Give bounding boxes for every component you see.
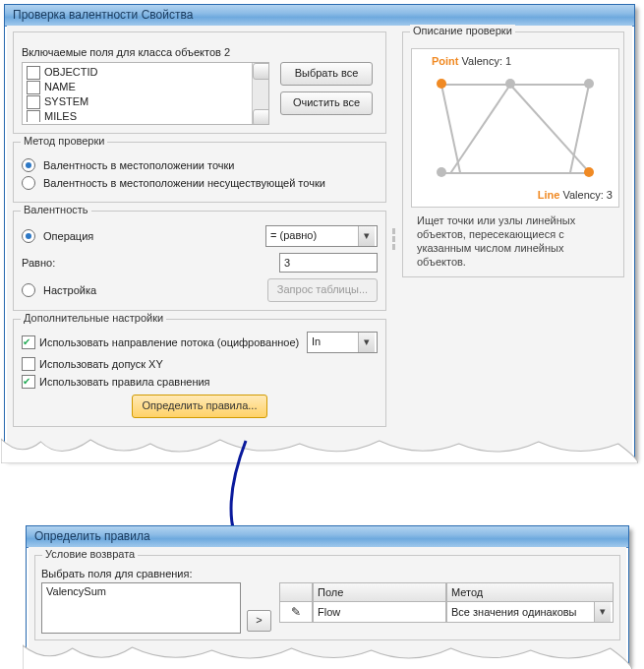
checkbox-icon[interactable] bbox=[22, 375, 35, 389]
equals-input[interactable]: 3 bbox=[279, 253, 378, 273]
rules-grid: Поле Метод ✎ Flow Все значения одинаковы bbox=[279, 582, 614, 634]
radio-icon[interactable] bbox=[22, 229, 35, 243]
line-valency-value: Valency: 3 bbox=[562, 189, 613, 201]
method-option-nonexistent[interactable]: Валентность в местоположении несуществую… bbox=[22, 176, 378, 190]
equals-label: Равно: bbox=[22, 257, 55, 269]
grid-header-method[interactable]: Метод bbox=[446, 582, 614, 602]
fields-group: Включаемые поля для класса объектов 2 OB… bbox=[13, 31, 386, 134]
radio-label: Валентность в местоположении точки bbox=[43, 159, 234, 171]
return-condition-title: Условие возврата bbox=[42, 548, 138, 560]
left-column: Включаемые поля для класса объектов 2 OB… bbox=[13, 31, 386, 435]
checkbox-label: Использовать направление потока (оцифров… bbox=[39, 336, 299, 348]
select-value: In bbox=[312, 335, 321, 347]
grid-header-blank bbox=[279, 582, 313, 602]
define-rules-button[interactable]: Определить правила... bbox=[132, 395, 268, 418]
radio-label: Настройка bbox=[43, 284, 96, 296]
select-value: = (равно) bbox=[270, 229, 317, 241]
window-body: Включаемые поля для класса объектов 2 OB… bbox=[7, 26, 632, 456]
description-group: Описание проверки Point Valency: 1 Line … bbox=[402, 31, 624, 277]
splitter[interactable] bbox=[390, 31, 396, 448]
point-valency-value: Valency: 1 bbox=[462, 55, 512, 67]
flow-direction-checkbox[interactable]: Использовать направление потока (оцифров… bbox=[22, 335, 299, 349]
checkbox-label: Использовать допуск XY bbox=[39, 358, 163, 370]
method-group: Метод проверки Валентность в местоположе… bbox=[13, 142, 386, 203]
list-item: OBJECTID bbox=[25, 65, 251, 80]
row-method-cell[interactable]: Все значения одинаковы bbox=[446, 602, 614, 623]
line-label: Line bbox=[538, 189, 560, 201]
flow-direction-select[interactable]: In bbox=[307, 332, 378, 353]
checkbox-icon[interactable] bbox=[27, 66, 40, 80]
method-option-point[interactable]: Валентность в местоположении точки bbox=[22, 158, 378, 172]
scrollbar[interactable]: ▲ ▼ bbox=[252, 63, 268, 124]
valency-tuning-radio[interactable]: Настройка bbox=[22, 283, 96, 297]
return-condition-group: Условие возврата Выбрать поля для сравне… bbox=[34, 555, 620, 640]
checkbox-icon[interactable] bbox=[27, 95, 40, 109]
row-field-cell[interactable]: Flow bbox=[313, 602, 446, 623]
operator-select[interactable]: = (равно) bbox=[265, 225, 378, 247]
extra-group-title: Дополнительные настройки bbox=[21, 312, 166, 324]
valency-group: Валентность Операция = (равно) Равно: 3 … bbox=[13, 211, 386, 311]
preview-point-orange bbox=[437, 79, 446, 89]
fields-group-title: Включаемые поля для класса объектов 2 bbox=[22, 46, 378, 58]
window-title: Определить правила bbox=[27, 526, 628, 548]
radio-icon[interactable] bbox=[22, 283, 35, 297]
compare-rules-checkbox[interactable]: Использовать правила сравнения bbox=[22, 375, 378, 389]
checkbox-icon[interactable] bbox=[27, 81, 40, 94]
window-body: Условие возврата Выбрать поля для сравне… bbox=[29, 547, 626, 662]
table-row[interactable]: ✎ Flow Все значения одинаковы bbox=[279, 602, 614, 623]
fields-list[interactable]: OBJECTID NAME SYSTEM MILES ▲ ▼ bbox=[22, 62, 269, 125]
preview-node-icon bbox=[505, 79, 515, 89]
description-text: Ищет точки или узлы линейных объектов, п… bbox=[411, 213, 615, 269]
list-item: MILES bbox=[25, 109, 251, 122]
checkbox-icon[interactable] bbox=[27, 110, 40, 123]
query-table-button: Запрос таблицы... bbox=[267, 278, 378, 302]
move-right-button[interactable]: > bbox=[247, 610, 271, 632]
clear-all-button[interactable]: Очистить все bbox=[280, 91, 373, 115]
row-method-value: Все значения одинаковы bbox=[451, 606, 577, 618]
preview-point-orange bbox=[584, 167, 594, 177]
list-item: NAME bbox=[25, 80, 251, 94]
define-rules-window: Определить правила Условие возврата Выбр… bbox=[26, 525, 629, 665]
field-label: SYSTEM bbox=[44, 94, 88, 109]
scroll-up-icon[interactable]: ▲ bbox=[253, 63, 269, 80]
xy-tolerance-checkbox[interactable]: Использовать допуск XY bbox=[22, 357, 378, 371]
select-all-button[interactable]: Выбрать все bbox=[280, 62, 373, 86]
valency-group-title: Валентность bbox=[21, 204, 91, 215]
valency-operation-radio[interactable]: Операция bbox=[22, 229, 93, 243]
radio-icon[interactable] bbox=[22, 158, 35, 172]
list-item: SYSTEM bbox=[25, 94, 251, 109]
scroll-down-icon[interactable]: ▼ bbox=[253, 109, 269, 125]
grid-header-field[interactable]: Поле bbox=[313, 582, 446, 602]
list-item[interactable]: ValencySum bbox=[46, 585, 236, 597]
extra-group: Дополнительные настройки Использовать на… bbox=[13, 319, 386, 427]
radio-label: Операция bbox=[43, 230, 93, 242]
description-title: Описание проверки bbox=[410, 25, 515, 36]
method-group-title: Метод проверки bbox=[21, 135, 107, 147]
pick-fields-label: Выбрать поля для сравнения: bbox=[41, 568, 614, 579]
compare-fields-list[interactable]: ValencySum bbox=[41, 582, 241, 634]
radio-label: Валентность в местоположении несуществую… bbox=[43, 177, 325, 189]
preview-graphic: Point Valency: 1 Line Valency: 3 bbox=[411, 48, 619, 208]
properties-valency-check-window: Проверка валентности Свойства Включаемые… bbox=[4, 4, 635, 458]
radio-icon[interactable] bbox=[22, 176, 35, 190]
field-label: OBJECTID bbox=[44, 65, 97, 80]
edit-row-icon: ✎ bbox=[279, 602, 313, 623]
preview-node-icon bbox=[437, 167, 446, 177]
point-label: Point bbox=[432, 55, 459, 67]
checkbox-icon[interactable] bbox=[22, 357, 35, 371]
field-label: MILES bbox=[44, 109, 77, 122]
window-title: Проверка валентности Свойства bbox=[5, 5, 634, 27]
field-label: NAME bbox=[44, 80, 76, 94]
checkbox-icon[interactable] bbox=[22, 335, 35, 349]
description-panel: Описание проверки Point Valency: 1 Line … bbox=[402, 31, 624, 285]
checkbox-label: Использовать правила сравнения bbox=[39, 376, 210, 388]
preview-node-icon bbox=[584, 79, 594, 89]
